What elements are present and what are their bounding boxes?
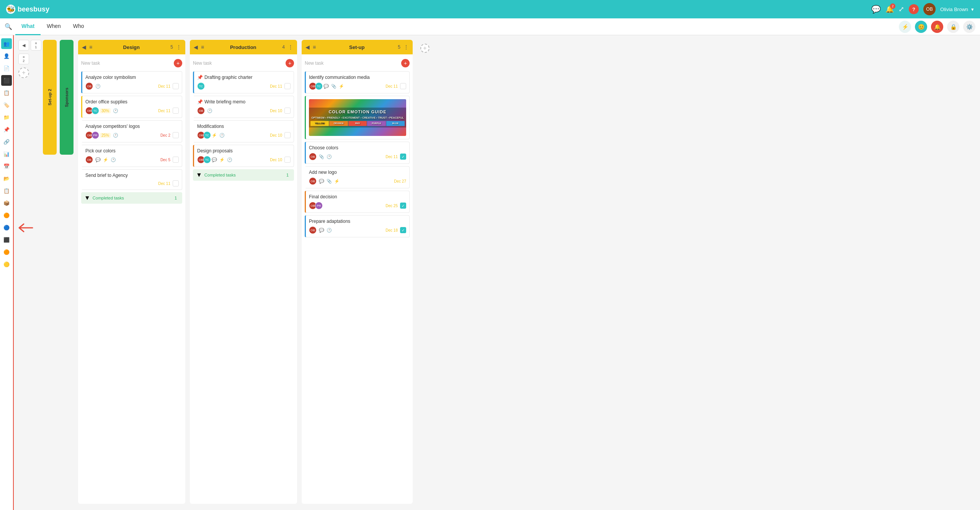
task-meta: OB 💬 📎 ⚡ Dec 27 bbox=[309, 177, 406, 185]
col-body-setup: New task + Identify communication media … bbox=[302, 54, 413, 504]
tab-who[interactable]: Who bbox=[67, 18, 90, 35]
completed-count: 1 bbox=[172, 195, 179, 201]
collapse-btn-1[interactable]: ◀ bbox=[18, 40, 29, 51]
sub-nav-right: ⚡ 😊 🔔 🔒 ⚙️ bbox=[899, 21, 975, 33]
sidebar-icon-notes[interactable]: 📋 bbox=[1, 185, 12, 196]
new-task-row-production: New task + bbox=[193, 57, 294, 69]
task-progress: 30% bbox=[100, 108, 111, 113]
task-check[interactable] bbox=[284, 108, 291, 114]
task-check[interactable] bbox=[173, 157, 179, 163]
sidebar-icon-orange2[interactable]: 🟠 bbox=[1, 247, 12, 257]
task-check-done[interactable]: ✓ bbox=[400, 154, 406, 160]
avatar-1: OB bbox=[197, 107, 205, 114]
expand-icon[interactable]: ⤢ bbox=[898, 5, 904, 13]
col-collapse-production[interactable]: ◀ bbox=[194, 44, 198, 50]
user-avatar[interactable]: OB bbox=[923, 3, 936, 15]
col-menu-setup[interactable]: ⋮ bbox=[403, 44, 409, 50]
chat-icon[interactable]: 💬 bbox=[871, 5, 881, 14]
col-header-setup: ◀ ≡ Set-up 5 ⋮ bbox=[302, 40, 413, 54]
tab-what[interactable]: What bbox=[15, 18, 41, 35]
notification-icon[interactable]: 🔔 2 bbox=[885, 5, 894, 13]
sidebar-icon-files[interactable]: 📂 bbox=[1, 173, 12, 184]
add-task-btn-production[interactable]: + bbox=[286, 59, 294, 67]
task-card-prepare-adaptations: Prepare adaptations OB 💬 🕐 Dec 18 ✓ bbox=[305, 215, 410, 237]
column-design: ◀ ≡ Design 5 ⋮ New task + Analyze color … bbox=[78, 40, 185, 504]
col-menu-design[interactable]: ⋮ bbox=[176, 44, 181, 50]
task-check[interactable] bbox=[173, 108, 179, 114]
task-check[interactable] bbox=[173, 132, 179, 138]
col-list-setup[interactable]: ≡ bbox=[313, 44, 316, 50]
task-date: Dec 2 bbox=[160, 133, 170, 137]
task-date: Dec 18 bbox=[385, 228, 398, 232]
chat-icon: 💬 bbox=[323, 84, 329, 89]
sidebar-icon-grid[interactable]: ⬛ bbox=[1, 75, 12, 86]
column-production: ◀ ≡ Production 4 ⋮ New task + 📌 Drafting… bbox=[190, 40, 297, 504]
sidebar-icon-folder[interactable]: 📁 bbox=[1, 112, 12, 123]
search-icon[interactable]: 🔍 bbox=[5, 23, 12, 31]
sidebar-icon-calendar[interactable]: 📅 bbox=[1, 161, 12, 172]
sidebar-icon-doc[interactable]: 📄 bbox=[1, 63, 12, 74]
add-col-stub[interactable]: + bbox=[18, 67, 29, 78]
task-check[interactable] bbox=[173, 83, 179, 89]
avatar-2: TC bbox=[91, 107, 99, 114]
user-info[interactable]: Olivia Brown ▾ bbox=[940, 7, 974, 12]
add-column-button[interactable]: + bbox=[420, 44, 430, 53]
task-check[interactable] bbox=[400, 83, 406, 89]
completed-section-production[interactable]: ▼ Completed tasks 1 bbox=[193, 169, 294, 181]
task-title: Analyze color symbolism bbox=[85, 75, 179, 80]
sidebar-icon-yellow[interactable]: 🟡 bbox=[1, 259, 12, 270]
task-meta: TC Dec 11 bbox=[197, 82, 291, 90]
sidebar-icon-tag[interactable]: 🏷️ bbox=[1, 100, 12, 110]
sidebar-icon-profile[interactable]: 👤 bbox=[1, 51, 12, 61]
task-date: Dec 10 bbox=[270, 158, 282, 162]
sidebar-icon-black-square[interactable]: ⬛ bbox=[1, 234, 12, 245]
notification-badge: 2 bbox=[890, 3, 895, 9]
settings-button[interactable]: ⚙️ bbox=[963, 21, 975, 33]
column-stub-setup2[interactable]: Set-up 2 bbox=[43, 40, 57, 155]
chat-icon: 💬 bbox=[319, 228, 324, 233]
expand-btn-2[interactable]: ≡2 bbox=[18, 54, 29, 64]
col-list-production[interactable]: ≡ bbox=[201, 44, 204, 50]
pin-icon: 📌 bbox=[197, 75, 203, 80]
filter-button[interactable]: ⚡ bbox=[899, 21, 911, 33]
avatar-1: OB bbox=[309, 153, 317, 160]
new-task-label: New task bbox=[193, 60, 286, 66]
task-check[interactable] bbox=[284, 132, 291, 138]
tab-when[interactable]: When bbox=[41, 18, 67, 35]
help-icon[interactable]: ? bbox=[909, 4, 919, 14]
task-check[interactable] bbox=[173, 180, 179, 186]
col-collapse-design[interactable]: ◀ bbox=[82, 44, 86, 50]
task-date: Dec 11 bbox=[385, 84, 398, 88]
sidebar-icon-orange-circle[interactable]: 🟠 bbox=[1, 210, 12, 221]
sidebar-icon-blue-circle[interactable]: 🔵 bbox=[1, 222, 12, 233]
task-title: Design proposals bbox=[197, 148, 291, 154]
sidebar-icon-box[interactable]: 📦 bbox=[1, 198, 12, 208]
col-menu-production[interactable]: ⋮ bbox=[288, 44, 293, 50]
sidebar-icon-list[interactable]: 📋 bbox=[1, 87, 12, 98]
task-check[interactable] bbox=[284, 83, 291, 89]
alert-button[interactable]: 🔔 bbox=[931, 21, 943, 33]
logo[interactable]: 🐝 beesbusy bbox=[6, 5, 49, 14]
col-collapse-setup[interactable]: ◀ bbox=[305, 44, 310, 50]
expand-btn-1[interactable]: ≡1 bbox=[31, 40, 41, 51]
completed-section-design[interactable]: ▼ Completed tasks 1 bbox=[81, 192, 182, 204]
task-check-done[interactable]: ✓ bbox=[400, 203, 406, 209]
face-button[interactable]: 😊 bbox=[915, 21, 927, 33]
user-chevron[interactable]: ▾ bbox=[971, 7, 974, 12]
avatars-row: OB TC bbox=[85, 107, 98, 114]
col-list-design[interactable]: ≡ bbox=[89, 44, 92, 50]
task-check[interactable] bbox=[284, 157, 291, 163]
add-task-btn-setup[interactable]: + bbox=[401, 59, 410, 67]
task-card-pick-colors: Pick our colors OB 💬 ⚡ 🕐 Dec 5 bbox=[81, 145, 182, 167]
lock-button[interactable]: 🔒 bbox=[947, 21, 959, 33]
sidebar-icon-pin[interactable]: 📌 bbox=[1, 124, 12, 135]
task-card-office-supplies: Order office supplies OB TC 30% 🕐 Dec 11 bbox=[81, 96, 182, 118]
task-meta: OB 💬 ⚡ 🕐 Dec 5 bbox=[85, 156, 179, 163]
completed-count: 1 bbox=[284, 172, 291, 178]
sidebar-icon-users[interactable]: 👥 bbox=[1, 38, 12, 49]
sidebar-icon-link[interactable]: 🔗 bbox=[1, 136, 12, 147]
add-task-btn-design[interactable]: + bbox=[174, 59, 182, 67]
task-check-done[interactable]: ✓ bbox=[400, 227, 406, 233]
column-stub-sponsors[interactable]: Sponsors bbox=[60, 40, 74, 155]
sidebar-icon-chart[interactable]: 📊 bbox=[1, 149, 12, 159]
